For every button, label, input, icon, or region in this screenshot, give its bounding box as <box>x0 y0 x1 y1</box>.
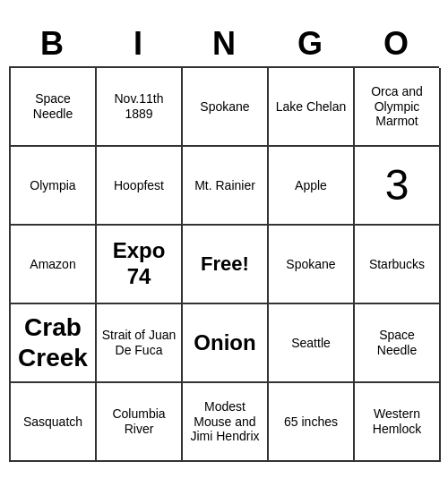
cell-r3-c2: Onion <box>183 304 269 383</box>
header-letter: B <box>12 25 92 63</box>
cell-r4-c2: Modest Mouse and Jimi Hendrix <box>183 383 269 462</box>
cell-r3-c4: Space Needle <box>355 304 441 383</box>
cell-r1-c4: 3 <box>355 147 441 226</box>
bingo-card: BINGO Space NeedleNov.11th 1889SpokaneLa… <box>9 25 439 462</box>
header-letter: G <box>270 25 350 63</box>
cell-r1-c3: Apple <box>269 147 355 226</box>
cell-r0-c1: Nov.11th 1889 <box>97 68 183 147</box>
cell-r0-c0: Space Needle <box>11 68 97 147</box>
bingo-header: BINGO <box>9 25 439 63</box>
header-letter: I <box>98 25 178 63</box>
cell-r4-c3: 65 inches <box>269 383 355 462</box>
cell-r3-c1: Strait of Juan De Fuca <box>97 304 183 383</box>
header-letter: N <box>184 25 264 63</box>
cell-r1-c0: Olympia <box>11 147 97 226</box>
cell-r2-c4: Starbucks <box>355 226 441 304</box>
header-letter: O <box>356 25 436 63</box>
cell-r2-c1: Expo 74 <box>97 226 183 304</box>
cell-r1-c1: Hoopfest <box>97 147 183 226</box>
cell-r0-c4: Orca and Olympic Marmot <box>355 68 441 147</box>
cell-r2-c3: Spokane <box>269 226 355 304</box>
cell-r3-c0: Crab Creek <box>11 304 97 383</box>
cell-r4-c0: Sasquatch <box>11 383 97 462</box>
cell-r3-c3: Seattle <box>269 304 355 383</box>
cell-r0-c2: Spokane <box>183 68 269 147</box>
cell-r2-c0: Amazon <box>11 226 97 304</box>
cell-r2-c2: Free! <box>183 226 269 304</box>
cell-r4-c4: Western Hemlock <box>355 383 441 462</box>
cell-r0-c3: Lake Chelan <box>269 68 355 147</box>
bingo-grid: Space NeedleNov.11th 1889SpokaneLake Che… <box>9 66 439 462</box>
cell-r1-c2: Mt. Rainier <box>183 147 269 226</box>
cell-r4-c1: Columbia River <box>97 383 183 462</box>
